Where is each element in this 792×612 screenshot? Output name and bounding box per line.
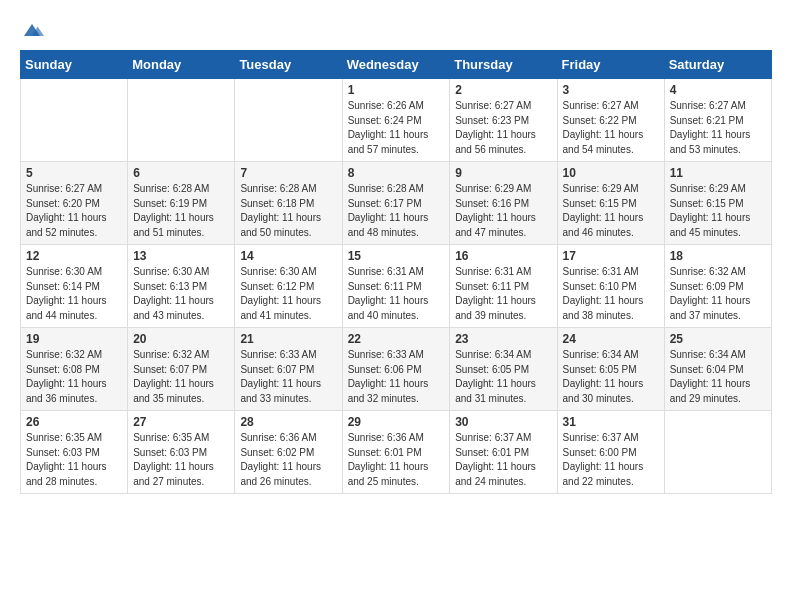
weekday-header-wednesday: Wednesday <box>342 51 450 79</box>
day-info: Sunrise: 6:32 AM Sunset: 6:08 PM Dayligh… <box>26 348 122 406</box>
day-number: 5 <box>26 166 122 180</box>
day-info: Sunrise: 6:32 AM Sunset: 6:07 PM Dayligh… <box>133 348 229 406</box>
calendar-cell: 31Sunrise: 6:37 AM Sunset: 6:00 PM Dayli… <box>557 411 664 494</box>
day-info: Sunrise: 6:37 AM Sunset: 6:00 PM Dayligh… <box>563 431 659 489</box>
logo-icon <box>20 20 44 40</box>
calendar-cell: 26Sunrise: 6:35 AM Sunset: 6:03 PM Dayli… <box>21 411 128 494</box>
day-number: 22 <box>348 332 445 346</box>
day-number: 12 <box>26 249 122 263</box>
day-info: Sunrise: 6:37 AM Sunset: 6:01 PM Dayligh… <box>455 431 551 489</box>
day-number: 3 <box>563 83 659 97</box>
day-info: Sunrise: 6:31 AM Sunset: 6:11 PM Dayligh… <box>455 265 551 323</box>
calendar-cell <box>235 79 342 162</box>
weekday-header-sunday: Sunday <box>21 51 128 79</box>
day-number: 9 <box>455 166 551 180</box>
calendar-cell: 8Sunrise: 6:28 AM Sunset: 6:17 PM Daylig… <box>342 162 450 245</box>
week-row-4: 19Sunrise: 6:32 AM Sunset: 6:08 PM Dayli… <box>21 328 772 411</box>
day-info: Sunrise: 6:34 AM Sunset: 6:04 PM Dayligh… <box>670 348 766 406</box>
day-number: 4 <box>670 83 766 97</box>
day-info: Sunrise: 6:34 AM Sunset: 6:05 PM Dayligh… <box>455 348 551 406</box>
header <box>20 20 772 40</box>
day-number: 15 <box>348 249 445 263</box>
day-number: 31 <box>563 415 659 429</box>
calendar-cell: 27Sunrise: 6:35 AM Sunset: 6:03 PM Dayli… <box>128 411 235 494</box>
day-number: 26 <box>26 415 122 429</box>
weekday-header-saturday: Saturday <box>664 51 771 79</box>
calendar-cell: 19Sunrise: 6:32 AM Sunset: 6:08 PM Dayli… <box>21 328 128 411</box>
calendar-cell: 25Sunrise: 6:34 AM Sunset: 6:04 PM Dayli… <box>664 328 771 411</box>
day-number: 23 <box>455 332 551 346</box>
day-number: 11 <box>670 166 766 180</box>
day-number: 28 <box>240 415 336 429</box>
day-info: Sunrise: 6:32 AM Sunset: 6:09 PM Dayligh… <box>670 265 766 323</box>
calendar-cell: 9Sunrise: 6:29 AM Sunset: 6:16 PM Daylig… <box>450 162 557 245</box>
week-row-2: 5Sunrise: 6:27 AM Sunset: 6:20 PM Daylig… <box>21 162 772 245</box>
day-info: Sunrise: 6:33 AM Sunset: 6:07 PM Dayligh… <box>240 348 336 406</box>
day-info: Sunrise: 6:33 AM Sunset: 6:06 PM Dayligh… <box>348 348 445 406</box>
calendar-cell: 21Sunrise: 6:33 AM Sunset: 6:07 PM Dayli… <box>235 328 342 411</box>
calendar-cell: 17Sunrise: 6:31 AM Sunset: 6:10 PM Dayli… <box>557 245 664 328</box>
calendar-cell: 13Sunrise: 6:30 AM Sunset: 6:13 PM Dayli… <box>128 245 235 328</box>
day-info: Sunrise: 6:30 AM Sunset: 6:14 PM Dayligh… <box>26 265 122 323</box>
calendar-cell: 29Sunrise: 6:36 AM Sunset: 6:01 PM Dayli… <box>342 411 450 494</box>
week-row-5: 26Sunrise: 6:35 AM Sunset: 6:03 PM Dayli… <box>21 411 772 494</box>
day-info: Sunrise: 6:31 AM Sunset: 6:10 PM Dayligh… <box>563 265 659 323</box>
calendar-cell: 23Sunrise: 6:34 AM Sunset: 6:05 PM Dayli… <box>450 328 557 411</box>
calendar-cell: 30Sunrise: 6:37 AM Sunset: 6:01 PM Dayli… <box>450 411 557 494</box>
day-info: Sunrise: 6:26 AM Sunset: 6:24 PM Dayligh… <box>348 99 445 157</box>
weekday-header-row: SundayMondayTuesdayWednesdayThursdayFrid… <box>21 51 772 79</box>
week-row-3: 12Sunrise: 6:30 AM Sunset: 6:14 PM Dayli… <box>21 245 772 328</box>
calendar-cell <box>128 79 235 162</box>
calendar-cell <box>664 411 771 494</box>
day-number: 6 <box>133 166 229 180</box>
day-number: 1 <box>348 83 445 97</box>
day-number: 29 <box>348 415 445 429</box>
day-info: Sunrise: 6:28 AM Sunset: 6:19 PM Dayligh… <box>133 182 229 240</box>
day-number: 14 <box>240 249 336 263</box>
calendar-cell: 12Sunrise: 6:30 AM Sunset: 6:14 PM Dayli… <box>21 245 128 328</box>
day-number: 20 <box>133 332 229 346</box>
day-number: 8 <box>348 166 445 180</box>
calendar-cell: 16Sunrise: 6:31 AM Sunset: 6:11 PM Dayli… <box>450 245 557 328</box>
calendar-cell: 7Sunrise: 6:28 AM Sunset: 6:18 PM Daylig… <box>235 162 342 245</box>
calendar-cell: 1Sunrise: 6:26 AM Sunset: 6:24 PM Daylig… <box>342 79 450 162</box>
calendar-cell: 15Sunrise: 6:31 AM Sunset: 6:11 PM Dayli… <box>342 245 450 328</box>
day-info: Sunrise: 6:27 AM Sunset: 6:20 PM Dayligh… <box>26 182 122 240</box>
day-number: 21 <box>240 332 336 346</box>
calendar-cell: 4Sunrise: 6:27 AM Sunset: 6:21 PM Daylig… <box>664 79 771 162</box>
day-info: Sunrise: 6:27 AM Sunset: 6:22 PM Dayligh… <box>563 99 659 157</box>
day-info: Sunrise: 6:28 AM Sunset: 6:18 PM Dayligh… <box>240 182 336 240</box>
day-info: Sunrise: 6:35 AM Sunset: 6:03 PM Dayligh… <box>133 431 229 489</box>
calendar-cell: 24Sunrise: 6:34 AM Sunset: 6:05 PM Dayli… <box>557 328 664 411</box>
logo <box>20 20 48 40</box>
calendar-cell <box>21 79 128 162</box>
day-number: 2 <box>455 83 551 97</box>
day-number: 18 <box>670 249 766 263</box>
day-number: 17 <box>563 249 659 263</box>
day-number: 27 <box>133 415 229 429</box>
day-info: Sunrise: 6:27 AM Sunset: 6:21 PM Dayligh… <box>670 99 766 157</box>
week-row-1: 1Sunrise: 6:26 AM Sunset: 6:24 PM Daylig… <box>21 79 772 162</box>
calendar-cell: 11Sunrise: 6:29 AM Sunset: 6:15 PM Dayli… <box>664 162 771 245</box>
calendar-cell: 6Sunrise: 6:28 AM Sunset: 6:19 PM Daylig… <box>128 162 235 245</box>
day-number: 7 <box>240 166 336 180</box>
calendar-cell: 14Sunrise: 6:30 AM Sunset: 6:12 PM Dayli… <box>235 245 342 328</box>
day-info: Sunrise: 6:35 AM Sunset: 6:03 PM Dayligh… <box>26 431 122 489</box>
calendar-cell: 3Sunrise: 6:27 AM Sunset: 6:22 PM Daylig… <box>557 79 664 162</box>
day-info: Sunrise: 6:27 AM Sunset: 6:23 PM Dayligh… <box>455 99 551 157</box>
calendar-cell: 18Sunrise: 6:32 AM Sunset: 6:09 PM Dayli… <box>664 245 771 328</box>
calendar-cell: 28Sunrise: 6:36 AM Sunset: 6:02 PM Dayli… <box>235 411 342 494</box>
day-info: Sunrise: 6:30 AM Sunset: 6:13 PM Dayligh… <box>133 265 229 323</box>
day-info: Sunrise: 6:29 AM Sunset: 6:15 PM Dayligh… <box>563 182 659 240</box>
weekday-header-thursday: Thursday <box>450 51 557 79</box>
weekday-header-friday: Friday <box>557 51 664 79</box>
calendar-cell: 2Sunrise: 6:27 AM Sunset: 6:23 PM Daylig… <box>450 79 557 162</box>
day-number: 13 <box>133 249 229 263</box>
day-info: Sunrise: 6:36 AM Sunset: 6:02 PM Dayligh… <box>240 431 336 489</box>
day-info: Sunrise: 6:36 AM Sunset: 6:01 PM Dayligh… <box>348 431 445 489</box>
day-info: Sunrise: 6:28 AM Sunset: 6:17 PM Dayligh… <box>348 182 445 240</box>
day-number: 25 <box>670 332 766 346</box>
day-number: 10 <box>563 166 659 180</box>
weekday-header-tuesday: Tuesday <box>235 51 342 79</box>
calendar-cell: 10Sunrise: 6:29 AM Sunset: 6:15 PM Dayli… <box>557 162 664 245</box>
